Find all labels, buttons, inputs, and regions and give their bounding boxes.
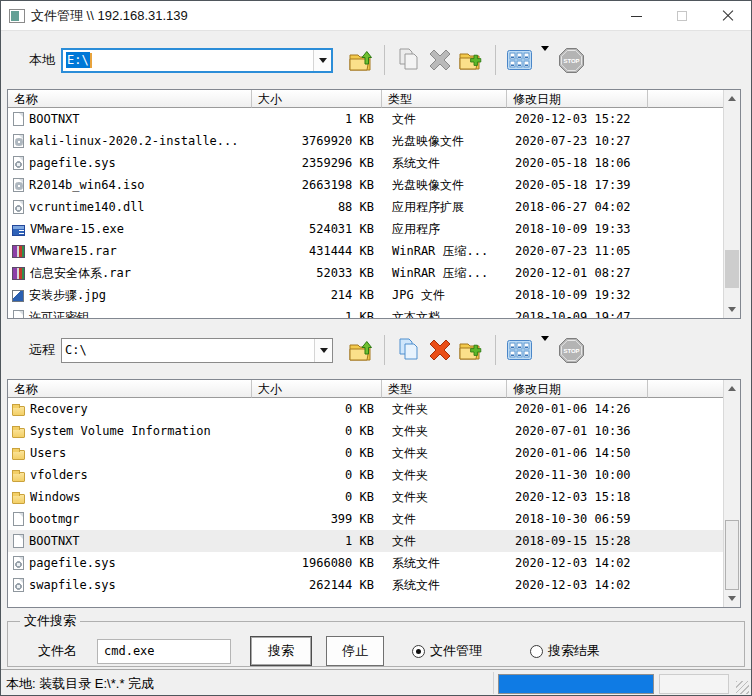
column-header-type[interactable]: 类型 — [382, 90, 507, 108]
file-size-cell: 524031 KB — [252, 222, 382, 236]
file-date-cell: 2020-12-03 15:22 — [507, 112, 723, 126]
file-row[interactable]: bootmgr399 KB文件2018-10-30 06:59 — [8, 508, 723, 530]
local-path-combobox[interactable]: E:\ — [61, 48, 333, 73]
column-header-type[interactable]: 类型 — [382, 380, 507, 398]
local-new-folder-button[interactable] — [456, 44, 488, 76]
file-row[interactable]: vcruntime140.dll88 KB应用程序扩展2018-06-27 04… — [8, 196, 723, 218]
file-row[interactable]: BOOTNXT1 KB文件2018-09-15 15:28 — [8, 530, 723, 552]
file-row[interactable]: 安装步骤.jpg214 KBJPG 文件2018-10-09 19:32 — [8, 284, 723, 306]
app-icon — [12, 225, 25, 236]
local-parent-folder-button[interactable] — [345, 44, 377, 76]
local-path-dropdown-button[interactable] — [313, 50, 331, 71]
file-type-cell: 应用程序 — [382, 221, 507, 238]
file-row[interactable]: pagefile.sys2359296 KB系统文件2020-05-18 18:… — [8, 152, 723, 174]
file-size-cell: 262144 KB — [252, 578, 382, 592]
file-type-cell: 文件夹 — [382, 445, 507, 462]
file-row[interactable]: Users0 KB文件夹2020-01-06 14:50 — [8, 442, 723, 464]
titlebar: 文件管理 \\ 192.168.31.139 — [1, 1, 751, 31]
column-header-name[interactable]: 名称 — [8, 90, 252, 108]
radio-search-results[interactable]: 搜索结果 — [530, 642, 600, 660]
file-row[interactable]: Windows0 KB文件夹2020-12-03 15:18 — [8, 486, 723, 508]
file-name: bootmgr — [29, 512, 80, 526]
remote-new-folder-button[interactable] — [456, 334, 488, 366]
scrollbar-thumb[interactable] — [725, 250, 739, 288]
folder-icon — [12, 494, 25, 504]
file-row[interactable]: 信息安全体系.rar52033 KBWinRAR 压缩...2020-12-01… — [8, 262, 723, 284]
file-size-cell: 1966080 KB — [252, 556, 382, 570]
file-size-cell: 0 KB — [252, 490, 382, 504]
column-header-size[interactable]: 大小 — [252, 380, 382, 398]
file-icon — [13, 310, 24, 318]
stop-icon: STOP — [558, 47, 585, 74]
file-name-cell: vcruntime140.dll — [8, 200, 252, 214]
file-row[interactable]: R2014b_win64.iso2663198 KB光盘映像文件2020-05-… — [8, 174, 723, 196]
column-header-filler — [648, 380, 723, 398]
scroll-down-button[interactable] — [724, 590, 740, 607]
folder-icon — [12, 450, 25, 460]
remote-path-value: C:\ — [65, 343, 87, 357]
local-scrollbar[interactable] — [723, 90, 740, 318]
remote-stop-button[interactable]: STOP — [555, 334, 587, 366]
minimize-button[interactable] — [613, 1, 659, 31]
file-row[interactable]: System Volume Information0 KB文件夹2020-07-… — [8, 420, 723, 442]
scrollbar-thumb[interactable] — [725, 520, 739, 590]
column-header-name[interactable]: 名称 — [8, 380, 252, 398]
file-type-cell: 文件 — [382, 511, 507, 528]
view-dropdown-button[interactable] — [541, 341, 549, 359]
column-header-date[interactable]: 修改日期 — [507, 380, 648, 398]
file-name-cell: VMware15.rar — [8, 244, 252, 258]
local-stop-button[interactable]: STOP — [555, 44, 587, 76]
file-size-cell: 52033 KB — [252, 266, 382, 280]
column-header-date[interactable]: 修改日期 — [507, 90, 648, 108]
file-row[interactable]: VMware15.rar431444 KBWinRAR 压缩...2020-07… — [8, 240, 723, 262]
rar-icon — [12, 245, 25, 258]
chevron-down-icon — [728, 307, 736, 312]
file-row[interactable]: BOOTNXT1 KB文件2020-12-03 15:22 — [8, 108, 723, 130]
file-date-cell: 2020-05-18 17:39 — [507, 178, 723, 192]
radio-file-management[interactable]: 文件管理 — [412, 642, 482, 660]
file-size-cell: 431444 KB — [252, 244, 382, 258]
svg-text:STOP: STOP — [563, 348, 579, 354]
file-name-cell: VMware-15.exe — [8, 222, 252, 236]
file-date-cell: 2018-09-15 15:28 — [507, 534, 723, 548]
local-delete-button[interactable] — [424, 44, 456, 76]
remote-delete-button[interactable] — [424, 334, 456, 366]
scroll-up-button[interactable] — [724, 380, 740, 397]
view-dropdown-button[interactable] — [541, 51, 549, 69]
file-row[interactable]: pagefile.sys1966080 KB系统文件2020-12-03 14:… — [8, 552, 723, 574]
remote-parent-folder-button[interactable] — [345, 334, 377, 366]
file-name: BOOTNXT — [29, 534, 80, 548]
maximize-button[interactable] — [659, 1, 705, 31]
file-row[interactable]: swapfile.sys262144 KB系统文件2020-12-03 14:0… — [8, 574, 723, 596]
file-name-cell: BOOTNXT — [8, 112, 252, 126]
sys-icon — [13, 556, 24, 570]
file-row[interactable]: VMware-15.exe524031 KB应用程序2018-10-09 19:… — [8, 218, 723, 240]
local-view-button[interactable] — [503, 44, 535, 76]
window-title: 文件管理 \\ 192.168.31.139 — [31, 7, 188, 25]
remote-path-combobox[interactable]: C:\ — [61, 338, 333, 363]
remote-view-button[interactable] — [503, 334, 535, 366]
resize-grip-icon[interactable] — [736, 681, 749, 694]
scroll-down-button[interactable] — [724, 301, 740, 318]
scroll-up-button[interactable] — [724, 90, 740, 107]
local-copy-button[interactable] — [392, 44, 424, 76]
filename-input[interactable] — [97, 639, 231, 664]
file-row[interactable]: 许可证密钥1 KB文本文档2018-10-09 19:47 — [8, 306, 723, 318]
stop-button[interactable]: 停止 — [326, 636, 384, 666]
file-row[interactable]: Recovery0 KB文件夹2020-01-06 14:26 — [8, 398, 723, 420]
file-row[interactable]: vfolders0 KB文件夹2020-11-30 10:00 — [8, 464, 723, 486]
remote-path-dropdown-button[interactable] — [314, 339, 332, 362]
file-date-cell: 2020-12-03 14:02 — [507, 578, 723, 592]
search-button[interactable]: 搜索 — [250, 636, 312, 666]
remote-copy-button[interactable] — [392, 334, 424, 366]
file-name: Recovery — [30, 402, 88, 416]
file-row[interactable]: kali-linux-2020.2-installe...3769920 KB光… — [8, 130, 723, 152]
column-header-size[interactable]: 大小 — [252, 90, 382, 108]
file-name-cell: System Volume Information — [8, 424, 252, 438]
file-date-cell: 2020-07-23 11:05 — [507, 244, 723, 258]
remote-label: 远程 — [29, 341, 59, 359]
sys-icon — [13, 578, 24, 592]
new-folder-icon — [458, 338, 486, 363]
close-button[interactable] — [705, 1, 751, 31]
remote-scrollbar[interactable] — [723, 380, 740, 607]
